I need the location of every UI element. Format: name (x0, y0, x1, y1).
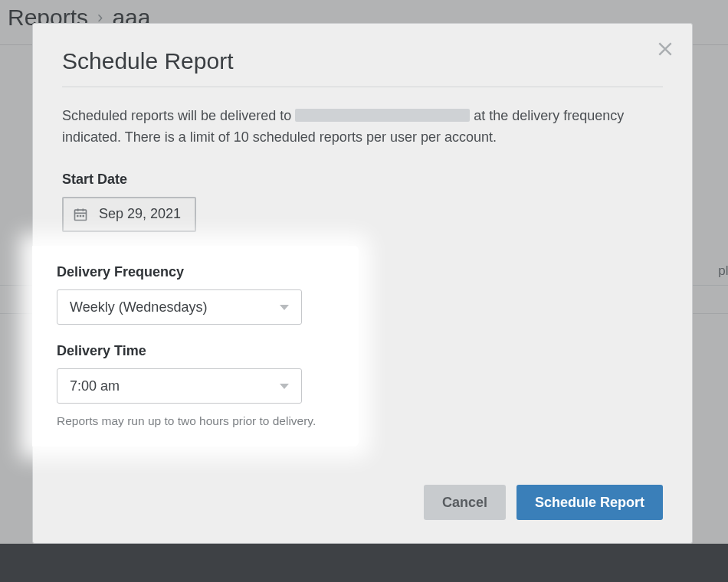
modal-description: Scheduled reports will be delivered to a… (62, 106, 663, 149)
divider (62, 87, 663, 87)
svg-rect-0 (75, 210, 87, 220)
start-date-value: Sep 29, 2021 (99, 206, 181, 222)
lead-pre: Scheduled reports will be delivered to (62, 108, 295, 123)
schedule-report-button[interactable]: Schedule Report (516, 485, 663, 520)
redacted-email (295, 109, 470, 122)
cancel-button[interactable]: Cancel (424, 485, 506, 520)
svg-rect-1 (77, 215, 79, 217)
start-date-picker[interactable]: Sep 29, 2021 (62, 197, 196, 232)
svg-rect-3 (83, 215, 85, 217)
calendar-icon (73, 207, 88, 222)
caret-down-icon (280, 384, 289, 389)
modal-actions: Cancel Schedule Report (424, 485, 663, 520)
delivery-frequency-value: Weekly (Wednesdays) (70, 299, 207, 316)
start-date-label: Start Date (62, 172, 663, 188)
svg-rect-2 (80, 215, 82, 217)
modal-title: Schedule Report (62, 48, 663, 74)
delivery-frequency-select[interactable]: Weekly (Wednesdays) (57, 289, 302, 325)
delivery-time-label: Delivery Time (57, 343, 334, 359)
delivery-time-hint: Reports may run up to two hours prior to… (57, 414, 334, 428)
tutorial-highlight: Delivery Frequency Weekly (Wednesdays) D… (32, 246, 359, 446)
caret-down-icon (280, 305, 289, 310)
delivery-time-value: 7:00 am (70, 378, 120, 394)
close-icon[interactable] (657, 41, 674, 57)
delivery-frequency-label: Delivery Frequency (57, 264, 334, 280)
delivery-time-select[interactable]: 7:00 am (57, 368, 302, 404)
